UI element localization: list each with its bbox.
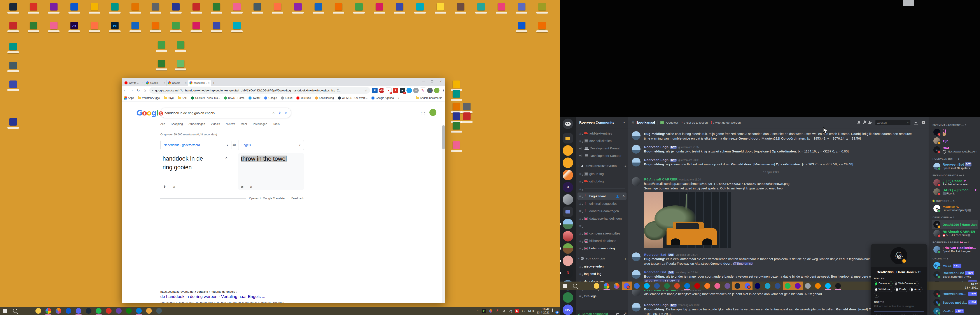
channel-item[interactable]: # add-text-entries	[578, 130, 627, 137]
taskbar-app-icon[interactable]	[64, 307, 73, 315]
member-avatar[interactable]: ☠	[934, 221, 940, 228]
desktop-icon[interactable]	[5, 62, 21, 76]
clear-icon[interactable]: ×	[272, 111, 275, 115]
desktop-icon[interactable]	[86, 22, 103, 36]
taskbar-app-icon[interactable]	[612, 282, 622, 290]
member-avatar[interactable]: ʘ‿	[934, 262, 940, 269]
member-item[interactable]: Fritz van Hooikerken [... Speelt Rocket …	[932, 245, 978, 254]
channel-item[interactable]: # zira-logs	[578, 293, 627, 300]
role-pill[interactable]: Whitelisted	[874, 287, 893, 292]
desktop-icon[interactable]: Ps	[107, 22, 123, 36]
desktop-icon[interactable]	[473, 3, 489, 18]
disconnect-icon[interactable]	[623, 313, 626, 315]
member-avatar[interactable]	[934, 163, 940, 170]
taskbar-app-icon[interactable]	[793, 282, 803, 290]
result-tab[interactable]: Tools	[273, 122, 280, 128]
maximize-button[interactable]: ❐	[428, 78, 436, 85]
server-icon[interactable]	[563, 133, 573, 143]
message-author[interactable]: Roerveen Logs	[644, 145, 668, 149]
channel-item[interactable]: # bot-testkanaal	[578, 300, 627, 301]
taskbar-clock[interactable]: 18:4213-4-2021	[536, 307, 549, 314]
desktop-icon[interactable]	[514, 22, 530, 36]
member-avatar[interactable]: ◆	[934, 271, 940, 278]
desktop-icon[interactable]	[5, 118, 21, 132]
message-image-attachment[interactable]	[644, 192, 731, 248]
member-avatar[interactable]	[934, 129, 940, 135]
desktop-icon[interactable]	[534, 22, 550, 36]
action-center-icon[interactable]: 4	[552, 309, 558, 313]
browser-tab[interactable]: handdoek in de ring gooien eng ×	[188, 80, 211, 86]
desktop-icon[interactable]	[290, 3, 306, 18]
desktop-icon[interactable]	[153, 60, 170, 74]
taskbar-app-icon[interactable]	[692, 282, 702, 290]
reload-icon[interactable]: ↻	[135, 87, 142, 94]
other-bookmarks[interactable]: Andere bookmarks	[416, 97, 442, 100]
server-icon[interactable]	[563, 170, 573, 180]
server-icon[interactable]	[563, 194, 573, 205]
desktop-icon[interactable]	[46, 22, 62, 36]
desktop-icon[interactable]	[167, 3, 184, 18]
desktop-icon[interactable]	[5, 22, 21, 36]
extension-icon[interactable]: E	[393, 88, 398, 93]
taskbar-app-icon[interactable]	[632, 282, 642, 290]
message-avatar[interactable]	[632, 303, 641, 312]
translation-text[interactable]: throw in the towel	[241, 156, 287, 162]
start-button[interactable]	[0, 307, 10, 315]
desktop-icon[interactable]	[5, 43, 21, 57]
taskbar-app-icon[interactable]	[743, 282, 752, 290]
source-language-select[interactable]: Nederlands - gedetecteerd▾	[160, 140, 231, 150]
forward-icon[interactable]: →	[129, 87, 135, 94]
server-icon[interactable]	[563, 158, 573, 168]
member-avatar[interactable]: M	[934, 205, 940, 212]
channel-item[interactable]: # nieuwe-leden	[578, 263, 627, 270]
taskbar-app-icon[interactable]	[773, 282, 783, 290]
member-avatar[interactable]	[934, 179, 940, 186]
url-bar[interactable]: 🔒︎ google.com/search?q=handdoek+in+de+ri…	[150, 87, 370, 94]
desktop-icon[interactable]	[391, 3, 408, 18]
page-scrollbar[interactable]	[442, 125, 445, 303]
message-author[interactable]: Roerveen Logs	[644, 158, 668, 162]
copy-icon[interactable]: ⧉	[241, 185, 243, 189]
desktop-icon[interactable]	[208, 3, 225, 18]
extension-icon[interactable]: ●1	[386, 88, 391, 94]
desktop-icon[interactable]	[229, 3, 245, 18]
result-tab[interactable]: Video's	[211, 122, 220, 128]
desktop-icon[interactable]	[493, 3, 510, 18]
desktop-icon[interactable]	[153, 41, 170, 56]
taskbar-app-icon[interactable]	[813, 282, 823, 290]
role-pill[interactable]: Web-Developer	[894, 281, 918, 286]
channel-item[interactable]: # github-log	[578, 178, 627, 185]
extension-icon[interactable]: ▣2	[400, 88, 405, 93]
profile-avatar[interactable]	[434, 88, 439, 93]
taskbar-app-icon[interactable]	[823, 282, 833, 290]
start-button[interactable]	[560, 282, 570, 290]
close-button[interactable]: ✕	[436, 78, 445, 85]
member-item[interactable]: ☠ Death1990 | Harm Jan	[932, 220, 978, 229]
channel-settings-icon[interactable]: ⚙	[622, 195, 625, 198]
desktop-icon[interactable]	[86, 3, 103, 18]
role-pill[interactable]: FiveM	[894, 287, 908, 292]
taskbar-app-icon[interactable]	[43, 307, 53, 315]
chat-message[interactable]: R6 Aircraft CARRIER vandaag om 11:20 htt…	[628, 177, 914, 249]
taskbar-app-icon[interactable]	[124, 307, 134, 315]
chat-message[interactable]: Roerveen Logs BOT gisteren om 23:03 Bug	[628, 157, 914, 167]
new-tab-button[interactable]: +	[211, 80, 216, 86]
bookmark-item[interactable]: KaasHosting	[315, 97, 334, 100]
channel-item[interactable]: # dev-sollicitaties	[578, 137, 627, 144]
bookmarks-overflow[interactable]: »	[398, 97, 399, 100]
member-avatar[interactable]	[934, 246, 940, 253]
noise-suppression-icon[interactable]	[616, 313, 620, 315]
server-header[interactable]: Roerveen Community ▾	[576, 117, 628, 128]
volume-tray-icon[interactable]: ◁)	[509, 309, 512, 313]
taskbar-app-icon[interactable]	[752, 282, 762, 290]
mic-icon[interactable]: 🎙︎	[278, 111, 281, 115]
bookmark-item[interactable]: Google Agenda	[371, 97, 394, 100]
server-icon[interactable]	[563, 207, 573, 217]
adblock-icon[interactable]: ABP	[379, 88, 384, 93]
taskbar-app-icon[interactable]	[53, 307, 64, 315]
source-text[interactable]: handdoek in de ring gooien	[162, 154, 235, 172]
channel-topic[interactable]: ✓: Opgelost ✕: Niet op te lossen ?: Moet…	[660, 121, 741, 124]
bookmark-item[interactable]: Clusters | Atlas: Mo...	[191, 97, 220, 100]
desktop-icon[interactable]	[25, 3, 42, 18]
message-author[interactable]: Roerveen Bot	[644, 253, 666, 256]
